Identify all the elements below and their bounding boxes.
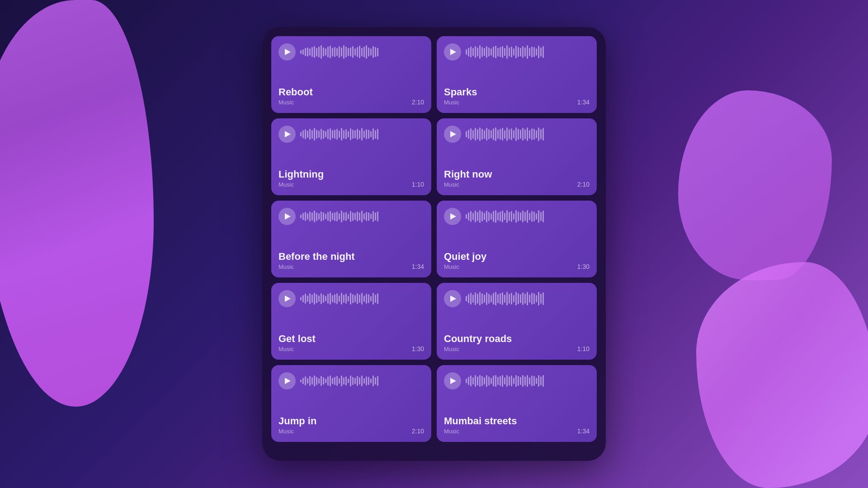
waveform-bar bbox=[348, 379, 349, 384]
blob-left bbox=[0, 0, 154, 407]
play-button-mumbai-streets[interactable] bbox=[444, 372, 461, 389]
music-card-before-the-night[interactable]: Before the night Music 1:34 bbox=[271, 201, 431, 277]
waveform-bar bbox=[495, 127, 496, 141]
track-title-get-lost: Get lost bbox=[278, 333, 316, 345]
waveform-bar bbox=[330, 293, 331, 304]
waveform-bar bbox=[377, 293, 378, 304]
play-button-before-the-night[interactable] bbox=[278, 208, 296, 225]
waveform-bar bbox=[466, 296, 467, 301]
waveform-bar bbox=[522, 375, 524, 386]
play-button-right-now[interactable] bbox=[444, 126, 461, 143]
waveform-bar bbox=[352, 46, 354, 58]
waveform-bar bbox=[542, 292, 544, 305]
track-info-reboot: Reboot Music bbox=[278, 86, 313, 106]
track-duration-jump-in: 2:10 bbox=[412, 427, 424, 435]
waveform-bar bbox=[350, 47, 351, 57]
waveform-get-lost bbox=[300, 290, 424, 307]
waveform-bar bbox=[352, 377, 354, 385]
waveform-bar bbox=[509, 129, 510, 140]
waveform-bar bbox=[481, 293, 483, 304]
play-button-jump-in[interactable] bbox=[278, 372, 296, 389]
waveform-bar bbox=[466, 131, 467, 137]
waveform-bar bbox=[336, 293, 338, 304]
waveform-bar bbox=[339, 378, 340, 384]
play-button-reboot[interactable] bbox=[278, 43, 296, 61]
waveform-bar bbox=[536, 213, 537, 220]
music-card-mumbai-streets[interactable]: Mumbai streets Music 1:34 bbox=[437, 365, 597, 442]
play-button-quiet-joy[interactable] bbox=[444, 208, 461, 225]
music-card-get-lost[interactable]: Get lost Music 1:30 bbox=[271, 283, 431, 360]
track-genre-reboot: Music bbox=[278, 99, 313, 106]
waveform-bar bbox=[531, 375, 533, 386]
waveform-bar bbox=[518, 293, 519, 304]
music-card-lightning[interactable]: Lightning Music 1:10 bbox=[271, 118, 431, 195]
waveform-bar bbox=[488, 129, 490, 140]
waveform-bar bbox=[522, 211, 524, 222]
music-card-jump-in[interactable]: Jump in Music 2:10 bbox=[271, 365, 431, 442]
music-card-reboot[interactable]: Reboot Music 2:10 bbox=[271, 36, 431, 113]
waveform-bar bbox=[472, 213, 474, 220]
waveform-bar bbox=[536, 48, 537, 55]
waveform-bar bbox=[509, 294, 510, 304]
track-genre-sparks: Music bbox=[444, 99, 477, 106]
card-top bbox=[278, 290, 424, 307]
waveform-bar bbox=[334, 377, 335, 385]
track-genre-before-the-night: Music bbox=[278, 263, 355, 270]
track-title-right-now: Right now bbox=[444, 169, 492, 180]
waveform-bar bbox=[497, 48, 499, 56]
music-card-right-now[interactable]: Right now Music 2:10 bbox=[437, 118, 597, 195]
waveform-bar bbox=[493, 128, 494, 141]
waveform-bar bbox=[318, 378, 320, 384]
waveform-mumbai-streets bbox=[466, 372, 590, 389]
waveform-bar bbox=[307, 378, 308, 384]
waveform-bar bbox=[533, 47, 535, 57]
waveform-bar bbox=[538, 46, 539, 59]
waveform-bar bbox=[520, 212, 521, 221]
waveform-bar bbox=[540, 129, 542, 140]
waveform-bar bbox=[307, 296, 308, 302]
play-button-get-lost[interactable] bbox=[278, 290, 296, 307]
play-button-lightning[interactable] bbox=[278, 126, 296, 143]
track-genre-jump-in: Music bbox=[278, 428, 316, 435]
waveform-bar bbox=[354, 295, 356, 302]
music-card-quiet-joy[interactable]: Quiet joy Music 1:30 bbox=[437, 201, 597, 277]
waveform-bar bbox=[479, 375, 481, 387]
waveform-bar bbox=[542, 375, 544, 386]
waveform-bar bbox=[332, 130, 333, 138]
waveform-bar bbox=[511, 47, 512, 58]
waveform-bar bbox=[511, 375, 512, 386]
track-genre-mumbai-streets: Music bbox=[444, 428, 517, 435]
waveform-bar bbox=[318, 131, 320, 137]
music-card-country-roads[interactable]: Country roads Music 1:10 bbox=[437, 283, 597, 360]
waveform-bar bbox=[529, 295, 530, 303]
waveform-bar bbox=[506, 45, 508, 59]
waveform-bar bbox=[529, 213, 530, 220]
play-button-country-roads[interactable] bbox=[444, 290, 461, 307]
waveform-bar bbox=[536, 130, 537, 138]
waveform-bar bbox=[318, 47, 320, 58]
waveform-bar bbox=[318, 213, 320, 219]
waveform-bar bbox=[542, 46, 544, 58]
waveform-bar bbox=[540, 294, 542, 304]
card-bottom: Get lost Music 1:30 bbox=[278, 333, 424, 352]
waveform-bar bbox=[470, 47, 472, 58]
music-card-sparks[interactable]: Sparks Music 1:34 bbox=[437, 36, 597, 113]
waveform-bar bbox=[475, 292, 476, 305]
waveform-bar bbox=[343, 377, 344, 385]
waveform-bar bbox=[345, 294, 347, 304]
waveform-bar bbox=[502, 375, 503, 386]
waveform-bar bbox=[466, 49, 467, 54]
play-button-sparks[interactable] bbox=[444, 43, 461, 61]
waveform-bar bbox=[481, 129, 483, 140]
waveform-bar bbox=[330, 128, 331, 141]
waveform-bar bbox=[321, 376, 322, 386]
waveform-bar bbox=[302, 213, 304, 220]
waveform-bar bbox=[366, 376, 367, 385]
waveform-bar bbox=[504, 213, 505, 220]
waveform-bar bbox=[305, 48, 306, 56]
waveform-jump-in bbox=[300, 372, 424, 389]
waveform-bar bbox=[531, 293, 533, 304]
waveform-bar bbox=[363, 378, 365, 384]
waveform-bar bbox=[502, 128, 503, 141]
waveform-bar bbox=[479, 127, 481, 141]
